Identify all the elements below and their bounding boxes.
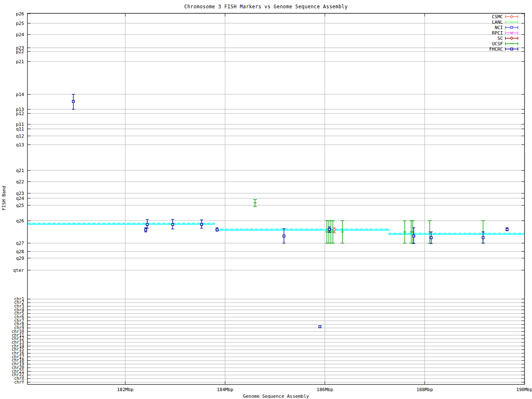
mbp-tick-label: 182Mbp	[117, 387, 133, 392]
band-tick-label: q27	[16, 241, 24, 246]
fhcrc-data-point	[328, 229, 330, 231]
legend-label: FHCRC	[489, 47, 503, 52]
band-tick-label: p12	[16, 111, 24, 116]
fhcrc-data-point	[506, 229, 508, 231]
fhcrc-data-point	[216, 229, 218, 231]
fhcrc-data-point	[482, 237, 484, 239]
band-tick-label: qter	[13, 268, 25, 273]
mbp-tick-label: 190Mbp	[516, 387, 532, 392]
fhcrc-data-point	[413, 235, 415, 237]
fhcrc-data-point	[319, 326, 321, 328]
band-tick-label: q25	[16, 203, 24, 208]
legend-label: SC	[498, 36, 503, 41]
chart-svg: p26p25p24p23p22p21p14p13p12p11q11q12q13q…	[0, 0, 532, 399]
chart-figure: Chromosome 3 FISH Markers vs Genome Sequ…	[0, 0, 532, 399]
legend-label: RPCI	[492, 30, 503, 36]
band-tick-label: q24	[16, 196, 24, 201]
band-tick-label: p14	[16, 92, 24, 97]
band-tick-label: q28	[16, 249, 24, 254]
legend-sample-marker	[510, 15, 513, 18]
fhcrc-data-point	[72, 101, 74, 103]
fhcrc-data-point	[430, 237, 432, 239]
band-tick-label: p25	[16, 21, 24, 26]
mbp-tick-label: 188Mbp	[416, 387, 433, 392]
fhcrc-data-point	[283, 235, 285, 237]
band-tick-label: q13	[16, 142, 24, 148]
mbp-tick-label: 186Mbp	[317, 387, 333, 392]
band-tick-label: q26	[16, 218, 24, 224]
chr-tick-label: chrY	[14, 380, 24, 384]
fhcrc-data-point	[172, 224, 174, 226]
band-tick-label: q12	[16, 133, 24, 139]
mbp-tick-label: 184Mbp	[217, 387, 234, 392]
fhcrc-data-point	[201, 224, 203, 226]
band-tick-label: p26	[16, 11, 24, 17]
legend-sample-marker	[510, 37, 513, 39]
band-tick-label: q11	[16, 126, 24, 132]
fhcrc-data-point	[145, 229, 147, 231]
band-tick-label: p21	[16, 59, 24, 64]
legend-label: CSMC	[492, 14, 503, 20]
band-tick-label: p22	[16, 49, 24, 54]
band-tick-label: q21	[16, 168, 24, 173]
legend-sample-marker	[511, 27, 513, 29]
legend-sample-marker	[511, 48, 513, 50]
legend-label: UCSF	[492, 41, 503, 47]
legend-label: LANL	[492, 20, 503, 25]
legend-label: NCI	[495, 25, 503, 30]
plot-border	[27, 13, 525, 384]
band-tick-label: p24	[16, 32, 24, 37]
fhcrc-data-point	[146, 224, 148, 226]
band-tick-label: q29	[16, 256, 24, 261]
band-tick-label: q22	[16, 179, 24, 185]
